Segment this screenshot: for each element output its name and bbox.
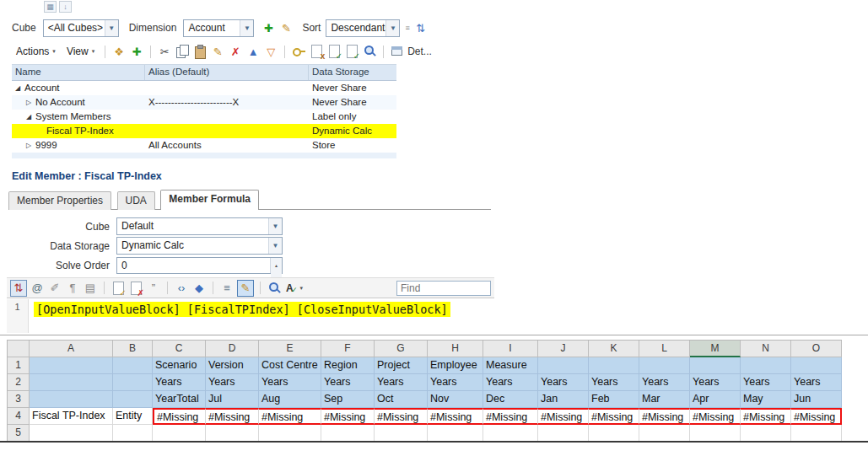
insert-member-icon[interactable]: @ <box>30 281 45 296</box>
detach-label[interactable]: Det... <box>407 46 432 57</box>
cell-C4[interactable]: #Missing <box>153 408 206 425</box>
expand-toggle-icon[interactable]: ◢ <box>15 81 24 95</box>
column-header-J[interactable]: J <box>538 341 589 357</box>
verify-formula-icon[interactable]: ◆ <box>191 281 207 296</box>
cell-G2[interactable]: Years <box>375 374 428 391</box>
search-icon[interactable] <box>362 44 377 59</box>
cell-K4[interactable]: #Missing <box>589 408 639 425</box>
cell-C5[interactable] <box>153 425 206 442</box>
cell-O2[interactable]: Years <box>791 374 842 391</box>
cell-H4[interactable]: #Missing <box>428 408 483 425</box>
cell-D1[interactable]: Version <box>206 357 259 374</box>
column-header-N[interactable]: N <box>741 341 791 357</box>
cell-B5[interactable] <box>113 425 153 442</box>
cell-E5[interactable] <box>259 425 321 442</box>
formula-text[interactable]: [OpenInputValueBlock] [FiscalTPIndex] [C… <box>34 302 450 317</box>
cell-H1[interactable]: Employee <box>428 357 483 374</box>
cell-A2[interactable] <box>30 374 113 391</box>
cell-B3[interactable] <box>113 391 153 408</box>
column-header-D[interactable]: D <box>206 341 259 357</box>
cell-I1[interactable]: Measure <box>483 357 538 374</box>
cell-K2[interactable]: Years <box>589 374 639 391</box>
cell-E4[interactable]: #Missing <box>259 408 321 425</box>
cell-G5[interactable] <box>375 425 428 442</box>
view-menu[interactable]: View ▾ <box>62 44 99 59</box>
cell-G4[interactable]: #Missing <box>375 408 428 425</box>
column-header-C[interactable]: C <box>153 341 206 357</box>
cell-F3[interactable]: Sep <box>321 391 375 408</box>
edit-member-icon[interactable]: ✎ <box>278 20 294 35</box>
column-header-name[interactable]: Name <box>12 65 145 80</box>
cell-E2[interactable]: Years <box>259 374 321 391</box>
solve-order-stepper[interactable]: 0 ▴▾ <box>116 257 283 274</box>
cell-M2[interactable]: Years <box>690 374 741 391</box>
paste-icon[interactable] <box>192 44 208 59</box>
cell-D2[interactable]: Years <box>206 374 259 391</box>
row-header-5[interactable]: 5 <box>8 425 30 442</box>
cell-K3[interactable]: Feb <box>589 391 639 408</box>
data-storage-field-select[interactable]: Dynamic Calc ▼ <box>116 237 283 255</box>
cell-M1[interactable] <box>690 357 741 374</box>
find-next-icon[interactable] <box>267 281 282 296</box>
column-header-alias[interactable]: Alias (Default) <box>145 65 309 80</box>
spell-check-dropdown-icon[interactable]: ▾ <box>300 285 304 291</box>
expand-toggle-icon[interactable]: ◢ <box>26 110 35 124</box>
row-header-1[interactable]: 1 <box>8 357 30 374</box>
cell-D4[interactable]: #Missing <box>206 408 259 425</box>
tab-member-properties[interactable]: Member Properties <box>8 191 111 210</box>
cell-A1[interactable] <box>30 357 113 374</box>
move-up-icon[interactable]: ▲ <box>245 44 261 59</box>
column-header-G[interactable]: G <box>375 341 428 357</box>
cell-G3[interactable]: Oct <box>375 391 428 408</box>
cell-A3[interactable] <box>30 391 113 408</box>
expand-toggle-icon[interactable]: ▷ <box>26 95 35 110</box>
syntax-highlight-toggle-icon[interactable]: ✎ <box>237 280 254 297</box>
spell-check-icon[interactable]: A▾ <box>284 281 305 296</box>
column-header-O[interactable]: O <box>791 341 842 357</box>
cell-D3[interactable]: Jul <box>206 391 259 408</box>
tab-member-formula[interactable]: Member Formula <box>160 190 259 210</box>
cell-L5[interactable] <box>639 425 690 442</box>
cell-F1[interactable]: Region <box>321 357 375 374</box>
column-header-I[interactable]: I <box>483 341 538 357</box>
find-input[interactable] <box>396 281 491 296</box>
column-header-A[interactable]: A <box>30 341 113 357</box>
cell-L2[interactable]: Years <box>639 374 690 391</box>
xml-icon[interactable]: x <box>309 44 324 59</box>
copy-icon[interactable] <box>175 44 190 59</box>
sort-select[interactable]: Descendants ▼ <box>326 19 400 37</box>
cell-H5[interactable] <box>428 425 483 442</box>
column-header-H[interactable]: H <box>428 341 483 357</box>
add-member-icon[interactable]: ✚ <box>261 20 276 35</box>
tree-row[interactable]: ◢AccountNever Share <box>12 81 396 95</box>
edit-icon[interactable]: ✎ <box>210 44 225 59</box>
cell-F5[interactable] <box>321 425 375 442</box>
cell-E1[interactable]: Cost Centre <box>259 357 321 374</box>
cell-N4[interactable]: #Missing <box>741 408 791 425</box>
cell-F2[interactable]: Years <box>321 374 375 391</box>
tree-row[interactable]: ▷9999All AccountsStore <box>12 138 396 153</box>
clear-errors-icon[interactable]: ✗ <box>128 281 143 296</box>
cell-M5[interactable] <box>690 425 741 442</box>
cell-N1[interactable] <box>741 357 791 374</box>
cell-J1[interactable] <box>538 357 589 374</box>
detach-icon[interactable] <box>390 44 405 59</box>
cell-O3[interactable]: Jun <box>791 391 842 408</box>
cell-L1[interactable] <box>639 357 690 374</box>
dimension-select[interactable]: Account ▼ <box>183 19 254 37</box>
cell-F4[interactable]: #Missing <box>321 408 375 425</box>
cell-M3[interactable]: Apr <box>690 391 741 408</box>
check-syntax-icon[interactable]: ✓ <box>111 281 126 296</box>
column-header-M[interactable]: M <box>690 341 741 357</box>
cell-B4[interactable]: Entity <box>113 408 153 425</box>
row-header-3[interactable]: 3 <box>8 391 30 408</box>
column-header-L[interactable]: L <box>639 341 690 357</box>
cell-N5[interactable] <box>741 425 791 442</box>
tree-row[interactable]: Fiscal TP-IndexDynamic Calc <box>12 124 396 138</box>
cell-A4[interactable]: Fiscal TP-Index <box>30 408 113 425</box>
verify-icon[interactable]: ✓ <box>344 44 359 59</box>
tab-uda[interactable]: UDA <box>117 191 155 210</box>
tree-row[interactable]: ▷No AccountX------------------------XNev… <box>12 95 396 110</box>
column-header-E[interactable]: E <box>259 341 321 357</box>
cube-select[interactable]: <All Cubes> ▼ <box>43 19 119 37</box>
